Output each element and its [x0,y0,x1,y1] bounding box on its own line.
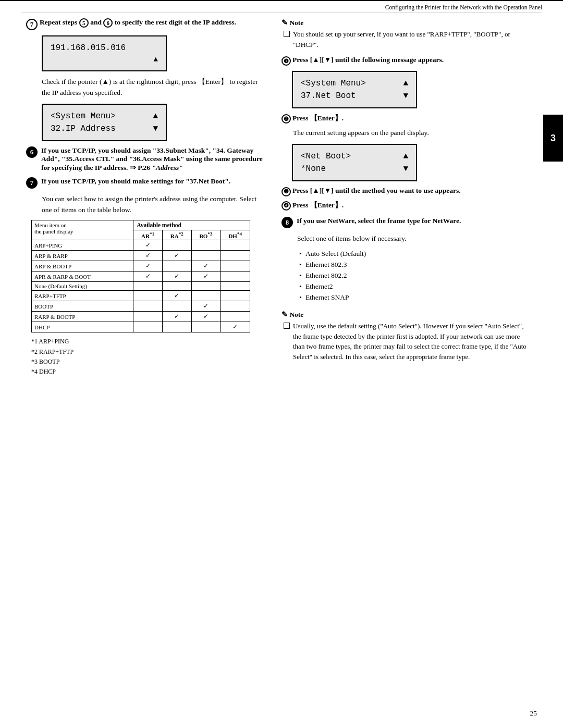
sub-step-4: ❹ Press 【Enter】. [282,201,527,211]
sub-step-2-title: Press 【Enter】. [292,114,344,122]
table-cell-ra [162,261,191,272]
sub-step-1-content: Press [▲][▼] until the following message… [292,56,444,64]
sub-step-2: ❷ Press 【Enter】. [282,114,527,124]
list-item: Ethernet SNAP [297,292,527,303]
table-cell-ar: ✓ [133,251,163,261]
sub-step-2-content: Press 【Enter】. [292,114,344,123]
table-cell-bo: ✓ [191,312,221,322]
lcd4-line2: *None [301,163,326,175]
table-row: ARP+PING ✓ [32,240,250,251]
table-cell-bo [191,251,221,261]
lcd3-container: <System Menu> ▲ 37.Net Boot ▼ [292,71,527,108]
table-cell-dh [221,251,250,261]
step-7-filled-content: If you use TCP/IP, you should make setti… [41,177,266,186]
table-cell-name: None (Default Setting) [32,282,133,291]
method-table-container: Menu item on the panel display Available… [31,220,266,333]
table-row: ARP & RARP ✓ ✓ [32,251,250,261]
step-7-circle: 7 Repeat steps 5 and 6 to specify the re… [26,18,266,30]
sub-step-3-content: Press [▲][▼] until the method you want t… [292,187,461,195]
content-area: 7 Repeat steps 5 and 6 to specify the re… [0,13,563,392]
lcd1-row2: ▲ [51,54,158,65]
table-row: APR & RARP & BOOT ✓ ✓ ✓ [32,272,250,282]
lcd3-line2: 37.Net Boot [301,90,356,102]
lcd3-icon2: ▼ [403,90,408,102]
table-col1-header: Menu item on the panel display [32,220,133,240]
check-pointer-text: Check if the pointer (▲) is at the right… [42,77,266,98]
table-cell-name: RARP+TFTP [32,291,133,301]
note2-checkbox [284,323,290,329]
step-6: 6 If you use TCP/IP, you should assign "… [26,146,266,172]
sub-step-3: ❸ Press [▲][▼] until the method you want… [282,187,527,196]
footnote2: *2 RARP+TFTP [31,347,266,357]
step-7-filled-num: 7 [26,177,38,189]
side-tab-number: 3 [550,133,556,144]
table-cell-bo [191,282,221,291]
table-cell-ra: ✓ [162,291,191,301]
footnotes: *1 ARP+PING *2 RARP+TFTP *3 BOOTP *4 DHC… [31,337,266,377]
note1-text: You should set up your server, if you wa… [293,29,527,50]
sub-step-3-title: Press [▲][▼] until the method you want t… [292,187,461,194]
note2-section: ✎ Note Usually, use the default setting … [282,310,527,362]
table-cell-ar: ✓ [133,261,163,272]
lcd2-row1: <System Menu> ▲ [51,110,158,122]
table-cell-name: DHCP [32,322,133,332]
list-item: Ethernet 802.3 [297,260,527,270]
table-cell-name: ARP & RARP [32,251,133,261]
sub-step-2-num: ❷ [282,114,291,124]
lcd2-box: <System Menu> ▲ 32.IP Address ▼ [42,104,167,141]
lcd3-row2: 37.Net Boot ▼ [301,90,408,102]
lcd2-icon2: ▼ [153,122,158,135]
step-8-title: If you use NetWare, select the frame typ… [297,217,461,225]
lcd1-row1: 191.168.015.016 [51,42,158,54]
step-6-text: If you use TCP/IP, you should assign "33… [41,146,263,171]
table-cell-bo [191,322,221,332]
table-row: RARP+TFTP ✓ [32,291,250,301]
table-cell-ar: ✓ [133,272,163,282]
col-bo-header: BO*3 [191,230,221,240]
table-row: None (Default Setting) [32,282,250,291]
note1-section: ✎ Note You should set up your server, if… [282,18,527,50]
right-column: ✎ Note You should set up your server, if… [276,18,527,377]
table-cell-ra: ✓ [162,251,191,261]
step-7-circle-content: Repeat steps 5 and 6 to specify the rest… [40,18,266,28]
sub-step-1-num: ❶ [282,56,291,66]
step-6-content: If you use TCP/IP, you should assign "33… [41,146,266,172]
step-8-num: 8 [282,217,293,228]
lcd2-line1: <System Menu> [51,110,116,122]
step-7-filled-text: If you use TCP/IP, you should make setti… [41,177,230,185]
table-cell-dh [221,312,250,322]
footnote1: *1 ARP+PING [31,337,266,347]
list-item: Auto Select (Default) [297,249,527,260]
lcd2-line2: 32.IP Address [51,122,116,135]
lcd4-icon1: ▲ [403,150,408,163]
table-cell-dh [221,240,250,251]
lcd2-container: <System Menu> ▲ 32.IP Address ▼ [42,104,266,141]
table-row: RARP & BOOTP ✓ ✓ [32,312,250,322]
page-container: Configuring the Printer for the Network … [0,0,563,728]
note2-item: Usually, use the default setting ("Auto … [284,321,527,362]
lcd1-container: 191.168.015.016 ▲ [42,35,266,71]
col-ar-header: AR*1 [133,230,163,240]
table-cell-dh [221,282,250,291]
table-cell-bo [191,291,221,301]
step-7-body: You can select how to assign the printer… [42,194,266,216]
lcd3-row1: <System Menu> ▲ [301,77,408,90]
table-cell-bo: ✓ [191,261,221,272]
lcd4-row1: <Net Boot> ▲ [301,150,408,163]
table-row: DHCP ✓ [32,322,250,332]
table-cell-dh: ✓ [221,322,250,332]
step-6-num: 6 [26,146,38,158]
table-cell-ra [162,301,191,312]
footnote4: *4 DHCP [31,367,266,377]
table-row: ARP & BOOTP ✓ ✓ [32,261,250,272]
left-column: 7 Repeat steps 5 and 6 to specify the re… [26,18,276,377]
sub-step-3-num: ❸ [282,187,291,196]
note2-text: Usually, use the default setting ("Auto … [293,321,527,362]
sub-step-4-num: ❹ [282,201,291,211]
table-cell-bo: ✓ [191,301,221,312]
table-cell-name: RARP & BOOTP [32,312,133,322]
table-cell-dh [221,261,250,272]
col-dh-header: DH*4 [221,230,250,240]
table-cell-name: ARP & BOOTP [32,261,133,272]
step-7-filled: 7 If you use TCP/IP, you should make set… [26,177,266,189]
